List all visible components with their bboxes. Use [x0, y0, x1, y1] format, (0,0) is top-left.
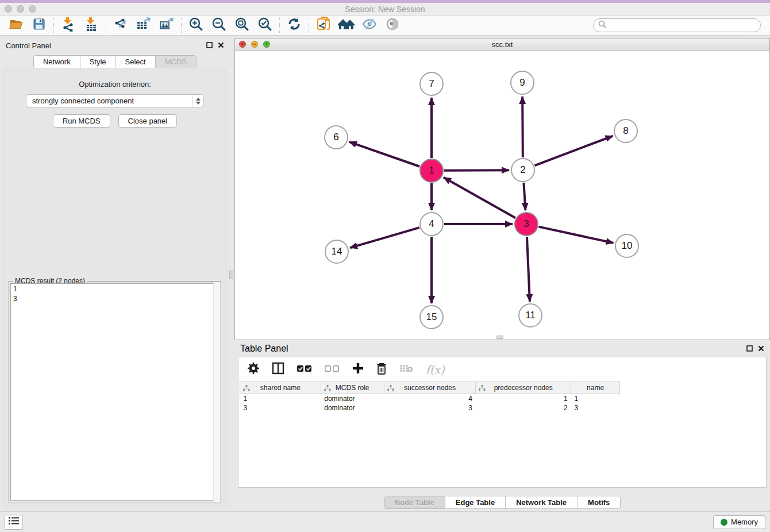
export-image-button[interactable]	[155, 17, 178, 34]
export-table-button[interactable]	[132, 17, 155, 34]
network-scrollbar-handle[interactable]	[496, 336, 503, 339]
column-header-MCDS-role[interactable]: MCDS role	[321, 382, 384, 394]
graph-edge-3-11[interactable]	[527, 237, 530, 302]
hide-panels-button[interactable]	[358, 17, 381, 34]
tab-node-table[interactable]: Node Table	[384, 496, 445, 508]
mcds-result-text[interactable]: 1 3	[10, 283, 220, 501]
deselect-all-button[interactable]	[325, 364, 340, 375]
search-input[interactable]	[610, 21, 756, 30]
node-table-area: f(x) shared nameMCDS rolesuccessor nodes…	[238, 357, 767, 488]
optimization-criterion-dropdown[interactable]: strongly connected component	[26, 94, 204, 107]
graph-edge-2-8[interactable]	[535, 136, 613, 166]
tab-network[interactable]: Network	[34, 56, 80, 68]
table-cell[interactable]: 2	[476, 403, 571, 413]
graph-node-4[interactable]: 4	[419, 212, 444, 236]
table-cell[interactable]: dominator	[321, 394, 384, 403]
graph-node-15[interactable]: 15	[419, 305, 444, 329]
table-row[interactable]: 1dominator411	[240, 394, 620, 403]
window-title: Session: New Session	[0, 5, 770, 14]
graph-node-1[interactable]: 1	[419, 159, 444, 183]
table-row[interactable]: 3dominator323	[240, 403, 620, 413]
graph-edge-3-10[interactable]	[538, 227, 613, 243]
graph-edge-1-6[interactable]	[349, 142, 420, 167]
zoom-in-button[interactable]	[184, 17, 207, 34]
select-all-button[interactable]	[297, 364, 312, 375]
table-settings-button[interactable]	[248, 363, 259, 376]
zoom-out-button[interactable]	[207, 17, 230, 34]
refresh-button[interactable]	[283, 17, 306, 34]
toolbar-separator	[279, 18, 280, 33]
optimization-criterion-label: Optimization criterion:	[4, 80, 226, 88]
show-column-panel-button[interactable]	[272, 362, 284, 377]
graph-node-2[interactable]: 2	[511, 158, 535, 182]
run-mcds-button[interactable]: Run MCDS	[53, 114, 110, 128]
mcds-result-scrollbar[interactable]	[213, 282, 220, 502]
dropdown-selected-value: strongly connected component	[32, 97, 134, 105]
table-cell[interactable]: dominator	[321, 403, 384, 413]
graph-node-10[interactable]: 10	[615, 234, 639, 258]
column-header-shared-name[interactable]: shared name	[240, 382, 321, 394]
graph-edge-2-9[interactable]	[522, 97, 523, 157]
panel-splitter-handle[interactable]	[229, 271, 233, 279]
tab-mcds[interactable]: MCDS	[156, 56, 196, 68]
table-panel: Table Panel f(x) shared nameMCDS rolesuc…	[234, 342, 770, 510]
import-table-button[interactable]	[80, 17, 103, 34]
table-cell[interactable]: 3	[240, 403, 321, 413]
graph-node-9[interactable]: 9	[510, 71, 534, 95]
home-button[interactable]	[335, 17, 358, 34]
tab-select[interactable]: Select	[116, 56, 156, 68]
open-session-button[interactable]	[5, 17, 28, 34]
memory-button[interactable]: Memory	[713, 515, 765, 529]
save-session-button[interactable]	[28, 17, 51, 34]
column-type-icon	[243, 385, 250, 393]
table-cell[interactable]: 4	[384, 394, 476, 403]
show-task-history-button[interactable]	[5, 515, 23, 530]
tab-motifs[interactable]: Motifs	[578, 496, 620, 508]
clone-network-button[interactable]	[312, 17, 335, 34]
graph-node-14[interactable]: 14	[325, 240, 349, 264]
graph-edge-3-1[interactable]	[444, 178, 515, 218]
float-panel-icon[interactable]	[746, 344, 753, 354]
tab-style[interactable]: Style	[80, 56, 116, 68]
column-header-name[interactable]: name	[571, 382, 620, 394]
graph-edge-1-2[interactable]	[444, 170, 509, 171]
close-panel-icon[interactable]	[218, 40, 224, 51]
table-cell[interactable]: 3	[571, 403, 620, 413]
table-cell[interactable]: 3	[384, 403, 476, 413]
float-panel-icon[interactable]	[206, 40, 213, 51]
column-type-icon	[479, 385, 486, 393]
tab-edge-table[interactable]: Edge Table	[445, 496, 506, 508]
close-panel-button[interactable]: Close panel	[118, 114, 178, 128]
graph-node-3[interactable]: 3	[514, 212, 538, 236]
eye-disabled-button[interactable]	[381, 17, 404, 34]
create-column-button[interactable]	[352, 363, 364, 376]
column-header-successor-nodes[interactable]: successor nodes	[384, 382, 476, 394]
network-canvas[interactable]: 1234678910111415	[235, 51, 769, 340]
table-cell[interactable]: 1	[571, 394, 620, 403]
network-window-titlebar: × − + scc.txt	[235, 38, 769, 51]
graph-edge-2-3[interactable]	[523, 183, 525, 210]
gear-icon	[248, 363, 259, 376]
graph-node-7[interactable]: 7	[419, 72, 444, 96]
delete-table-icon	[399, 364, 413, 375]
search-field[interactable]	[593, 18, 761, 32]
graph-node-6[interactable]: 6	[324, 125, 348, 149]
zoom-fit-button[interactable]	[230, 17, 253, 34]
graph-node-11[interactable]: 11	[518, 303, 542, 327]
zoom-fit-icon	[234, 17, 249, 34]
tab-network-table[interactable]: Network Table	[506, 496, 578, 508]
zoom-out-icon	[211, 17, 226, 34]
table-cell[interactable]: 1	[476, 394, 571, 403]
network-window-title: scc.txt	[235, 40, 769, 49]
graph-node-8[interactable]: 8	[614, 119, 638, 143]
column-header-predecessor-nodes[interactable]: predecessor nodes	[476, 382, 571, 394]
table-panel-tabs: Node TableEdge TableNetwork TableMotifs	[234, 495, 770, 510]
table-cell[interactable]: 1	[240, 394, 321, 403]
open-folder-icon	[9, 17, 24, 33]
graph-edge-4-14[interactable]	[350, 228, 419, 248]
export-network-button[interactable]	[109, 17, 132, 34]
close-panel-icon[interactable]	[758, 344, 764, 354]
delete-columns-button[interactable]	[376, 363, 387, 377]
zoom-selected-button[interactable]	[253, 17, 276, 34]
import-network-button[interactable]	[57, 17, 80, 34]
